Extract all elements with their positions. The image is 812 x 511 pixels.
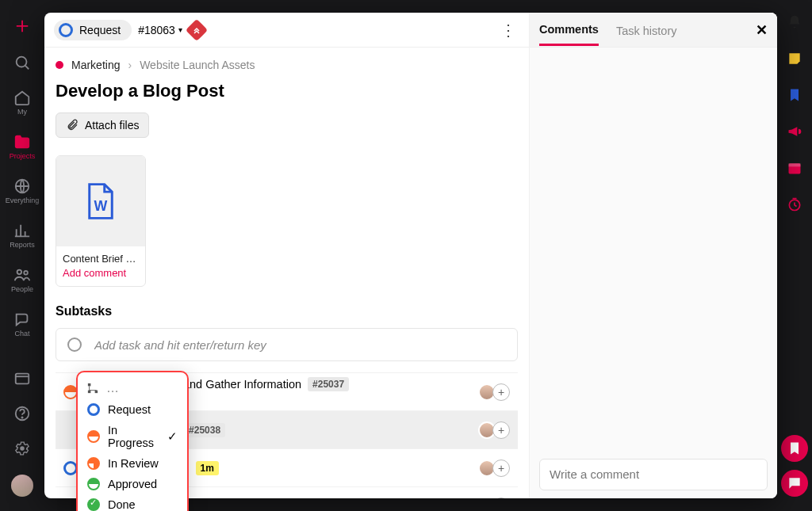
nav-search[interactable] (13, 54, 31, 71)
status-option-in-review[interactable]: In Review (82, 453, 182, 474)
nav-settings[interactable] (13, 440, 31, 457)
comment-composer[interactable]: Write a comment (539, 459, 768, 490)
nav-chat[interactable]: Chat (13, 311, 31, 337)
add-subtask-row[interactable] (56, 328, 518, 361)
svg-rect-13 (88, 383, 91, 387)
attachment-preview: W (56, 156, 145, 246)
add-assignee-button[interactable]: + (492, 383, 510, 401)
check-icon: ✓ (167, 429, 178, 444)
close-modal-button[interactable]: ✕ (756, 21, 768, 39)
nav-people[interactable]: People (11, 266, 33, 293)
breadcrumb-folder[interactable]: Website Launch Assets (140, 59, 255, 71)
status-option-done[interactable]: Done (82, 494, 182, 511)
priority-high-icon[interactable] (186, 18, 208, 40)
attachment-filename: Content Brief - … (63, 252, 139, 266)
add-subtask-input[interactable] (94, 338, 506, 352)
add-assignee-button[interactable]: + (492, 421, 510, 439)
svg-point-3 (17, 270, 21, 275)
comments-pane: Comments Task history ✕ Write a comment (530, 13, 777, 498)
nav-inbox[interactable] (13, 370, 31, 387)
svg-point-0 (17, 57, 27, 67)
subtasks-heading: Subtasks (56, 304, 518, 318)
note-icon[interactable] (787, 51, 802, 70)
status-in-review-icon (87, 457, 100, 470)
subtask-assignees[interactable]: + (478, 383, 510, 401)
timer-icon[interactable] (787, 196, 802, 215)
user-avatar[interactable] (11, 475, 33, 497)
subtask-assignees[interactable]: + (478, 421, 510, 439)
status-option-in-progress[interactable]: In Progress ✓ (82, 420, 182, 453)
calendar-icon[interactable] (787, 160, 802, 179)
add-assignee-button[interactable]: + (492, 460, 510, 477)
breadcrumb: Marketing › Website Launch Assets (56, 59, 518, 71)
chevron-down-icon: ▾ (178, 25, 182, 34)
subtask-id: #25038 (184, 423, 225, 437)
status-pill[interactable]: Request (54, 20, 132, 40)
assignee-avatar (478, 498, 496, 498)
bookmark-icon[interactable] (787, 87, 802, 106)
fab-chat[interactable] (781, 470, 808, 497)
nav-everything[interactable]: Everything (6, 177, 40, 204)
status-in-progress-icon (87, 430, 100, 443)
nav-reports[interactable]: Reports (10, 222, 35, 249)
svg-rect-14 (88, 391, 91, 394)
svg-point-8 (20, 446, 25, 451)
word-doc-icon: W (86, 181, 116, 221)
nav-my[interactable]: My (13, 89, 31, 116)
left-nav-rail: ＋ My Projects Everything Reports People … (0, 0, 44, 511)
task-id[interactable]: #18063 ▾ (138, 24, 182, 36)
add-assignee-button[interactable]: + (492, 498, 510, 498)
status-done-icon (87, 498, 100, 511)
status-option-request[interactable]: Request (82, 399, 182, 420)
announce-icon[interactable] (787, 124, 802, 143)
comments-tabs: Comments Task history ✕ (530, 13, 777, 48)
status-ring-icon (59, 23, 73, 37)
task-more-menu[interactable]: ⋮ (497, 21, 519, 40)
subtask-assignees[interactable]: + (478, 460, 510, 477)
svg-line-1 (25, 66, 29, 70)
status-placeholder-icon (67, 337, 82, 352)
comment-input[interactable]: Write a comment (539, 459, 768, 490)
svg-text:W: W (94, 198, 108, 214)
task-title[interactable]: Develop a Blog Post (56, 81, 518, 101)
comments-thread (530, 48, 777, 451)
status-menu-header[interactable]: … (82, 377, 182, 399)
tab-task-history[interactable]: Task history (616, 15, 677, 45)
paperclip-icon (66, 119, 79, 132)
status-option-approved[interactable]: Approved (82, 474, 182, 494)
attach-files-button[interactable]: Attach files (56, 112, 149, 138)
status-dropdown[interactable]: … Request In Progress ✓ In Review Approv… (76, 371, 189, 511)
attachment-card[interactable]: W Content Brief - … Add comment (56, 155, 146, 287)
svg-point-7 (21, 417, 22, 418)
subtask-assignees[interactable]: + (478, 498, 510, 498)
tab-comments[interactable]: Comments (539, 13, 599, 46)
nav-help[interactable] (13, 405, 31, 422)
project-color-dot (56, 61, 63, 69)
breadcrumb-separator: › (128, 59, 132, 71)
bell-icon[interactable] (787, 14, 802, 33)
right-rail (777, 0, 812, 511)
subtask-estimate: 1m (196, 461, 219, 475)
fab-bookmark[interactable] (781, 435, 808, 462)
subtask-id: #25037 (308, 377, 349, 391)
attachment-add-comment[interactable]: Add comment (63, 266, 139, 280)
task-header: Request #18063 ▾ ⋮ (44, 13, 529, 48)
breadcrumb-project[interactable]: Marketing (71, 59, 120, 71)
svg-point-4 (24, 271, 28, 275)
hierarchy-icon (87, 383, 98, 394)
svg-rect-10 (789, 163, 801, 166)
status-approved-icon (87, 478, 100, 490)
status-label: Request (79, 24, 121, 36)
svg-rect-5 (16, 374, 29, 384)
nav-projects[interactable]: Projects (10, 133, 36, 160)
create-button[interactable]: ＋ (11, 14, 33, 36)
status-request-icon (87, 403, 100, 416)
